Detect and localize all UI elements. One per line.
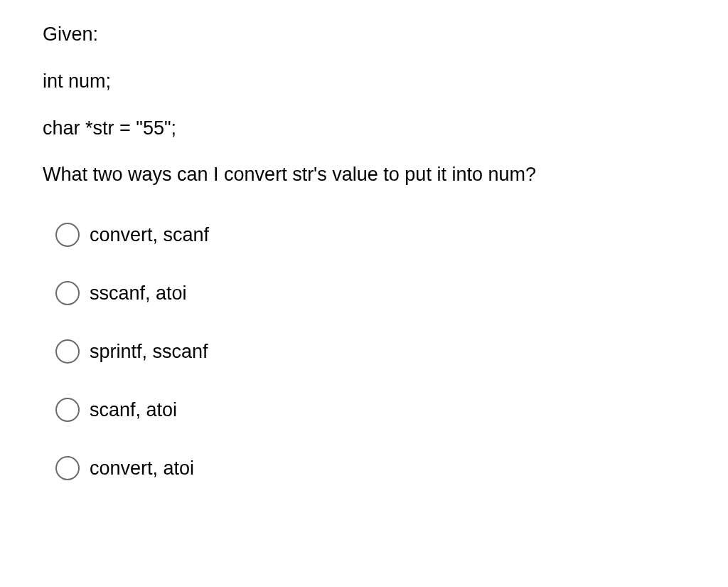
radio-icon[interactable]	[55, 223, 80, 247]
option-3-label: sprintf, sscanf	[90, 341, 208, 363]
option-4[interactable]: scanf, atoi	[55, 398, 685, 422]
option-3[interactable]: sprintf, sscanf	[55, 339, 685, 364]
radio-icon[interactable]	[55, 339, 80, 364]
question-code-line-2: char *str = "55";	[43, 115, 685, 142]
option-2-label: sscanf, atoi	[90, 282, 187, 305]
option-1-label: convert, scanf	[90, 224, 209, 246]
option-5-label: convert, atoi	[90, 458, 194, 480]
question-prompt: What two ways can I convert str's value …	[43, 162, 685, 189]
question-block: Given: int num; char *str = "55"; What t…	[43, 21, 685, 480]
question-code-line-1: int num;	[43, 68, 685, 95]
option-1[interactable]: convert, scanf	[55, 223, 685, 247]
option-4-label: scanf, atoi	[90, 399, 177, 421]
option-5[interactable]: convert, atoi	[55, 456, 685, 480]
options-list: convert, scanf sscanf, atoi sprintf, ssc…	[43, 223, 685, 480]
question-given-label: Given:	[43, 21, 685, 48]
radio-icon[interactable]	[55, 398, 80, 422]
radio-icon[interactable]	[55, 281, 80, 305]
radio-icon[interactable]	[55, 456, 80, 480]
option-2[interactable]: sscanf, atoi	[55, 281, 685, 305]
